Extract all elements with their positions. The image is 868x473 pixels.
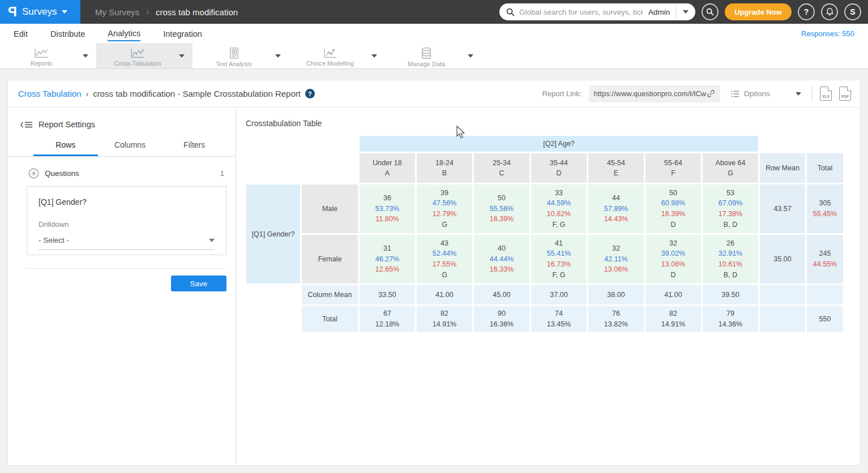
cross-tabulation-link[interactable]: Cross Tabulation bbox=[18, 89, 81, 98]
corner-blank bbox=[246, 153, 358, 183]
total-cell: 7613.82% bbox=[588, 306, 644, 332]
total-cell: 8214.91% bbox=[417, 306, 472, 332]
top-breadcrumb: My Surveys › cross tab modification bbox=[95, 0, 238, 24]
blank-cell bbox=[760, 136, 805, 152]
total-cell: 9016.36% bbox=[474, 306, 529, 332]
row-label-cell: Male bbox=[302, 184, 358, 233]
total-cell: 7413.45% bbox=[531, 306, 587, 332]
toolbar-text-analysis[interactable]: Text Analysis bbox=[193, 43, 289, 68]
column-header: 55-64F bbox=[645, 153, 701, 183]
toolbar-label: Cross-Tabulation bbox=[114, 60, 161, 67]
list-options-icon bbox=[731, 90, 739, 98]
blank-cell bbox=[246, 306, 300, 332]
report-help-icon[interactable]: ? bbox=[305, 89, 315, 98]
data-cell: 4457.89%14.43% bbox=[588, 184, 644, 233]
notifications-button[interactable] bbox=[821, 3, 838, 20]
database-icon bbox=[420, 47, 433, 59]
total-cell: 8214.91% bbox=[645, 306, 701, 332]
question-card[interactable]: [Q1] Gender? Drilldown - Select - bbox=[27, 186, 226, 255]
empty-summary-cell bbox=[760, 285, 805, 304]
question-title: [Q1] Gender? bbox=[39, 197, 215, 207]
line-chart-icon bbox=[130, 48, 146, 59]
tab-filters[interactable]: Filters bbox=[162, 140, 226, 156]
divider bbox=[812, 86, 813, 102]
toolbar-label: Text Analysis bbox=[216, 61, 252, 67]
drilldown-label: Drilldown bbox=[39, 220, 215, 229]
product-switcher[interactable]: P Surveys bbox=[0, 0, 80, 24]
empty-summary-cell bbox=[807, 285, 843, 304]
row-total-cell: 30555.45% bbox=[807, 184, 843, 233]
export-xls-button[interactable]: XLS bbox=[820, 87, 832, 101]
row-question-cell: [Q1] Gender? bbox=[246, 184, 300, 283]
column-mean-cell: 37.00 bbox=[531, 285, 587, 304]
document-grid-icon bbox=[228, 47, 240, 59]
drilldown-select[interactable]: - Select - bbox=[39, 236, 215, 250]
column-header: Under 18A bbox=[360, 153, 415, 183]
data-cell: 5060.98%16.39%D bbox=[645, 184, 701, 233]
options-menu[interactable]: Options bbox=[728, 89, 805, 98]
user-avatar[interactable]: S bbox=[844, 3, 861, 20]
nav-integration[interactable]: Integration bbox=[163, 26, 202, 41]
collapse-panel-icon[interactable] bbox=[20, 121, 33, 128]
column-mean-cell: 39.50 bbox=[703, 285, 758, 304]
search-scope-selector[interactable]: Admin bbox=[643, 8, 675, 16]
column-mean-cell: 45.00 bbox=[474, 285, 529, 304]
column-header: 45-54E bbox=[588, 153, 644, 183]
data-cell: 5055.56%16.39% bbox=[474, 184, 529, 233]
breadcrumb-my-surveys[interactable]: My Surveys bbox=[95, 7, 139, 17]
global-search: Admin bbox=[499, 3, 695, 20]
toolbar-cross-tabulation[interactable]: Cross-Tabulation bbox=[96, 43, 193, 68]
chevron-right-icon: › bbox=[146, 7, 149, 16]
toolbar-label: Manage Data bbox=[408, 61, 445, 67]
chevron-down-icon bbox=[683, 10, 689, 14]
grand-total-cell: 550 bbox=[807, 306, 843, 332]
link-icon[interactable] bbox=[706, 89, 716, 98]
search-scope-dropdown[interactable] bbox=[675, 3, 695, 20]
total-column-header: Total bbox=[807, 153, 843, 183]
data-cell: 3344.59%10.82%F, G bbox=[531, 184, 587, 233]
chevron-down-icon[interactable] bbox=[371, 54, 377, 58]
report-card: Cross Tabulation › cross tab modificatio… bbox=[8, 80, 860, 465]
column-header: Above 64G bbox=[703, 153, 758, 183]
report-link-input[interactable] bbox=[593, 89, 706, 98]
chevron-down-icon bbox=[62, 10, 67, 14]
responses-count: Responses: 550 bbox=[801, 29, 854, 38]
questionpro-logo-icon: P bbox=[8, 5, 17, 19]
help-button[interactable]: ? bbox=[798, 3, 815, 20]
upgrade-now-button[interactable]: Upgrade Now bbox=[725, 3, 792, 20]
tab-columns[interactable]: Columns bbox=[98, 140, 163, 156]
nav-analytics[interactable]: Analytics bbox=[108, 25, 140, 41]
data-cell: 3146.27%12.65% bbox=[360, 235, 415, 283]
tab-rows[interactable]: Rows bbox=[33, 140, 98, 156]
toolbar-choice-modelling[interactable]: Choice Modelling bbox=[289, 43, 385, 68]
total-cell: 7914.36% bbox=[703, 306, 758, 332]
save-button[interactable]: Save bbox=[171, 276, 226, 291]
toolbar-reports[interactable]: Reports bbox=[0, 43, 96, 68]
chevron-down-icon[interactable] bbox=[275, 54, 281, 58]
export-pdf-button[interactable]: PDF bbox=[839, 87, 851, 101]
top-right-actions: Admin Upgrade Now ? S bbox=[499, 0, 868, 24]
search-input[interactable] bbox=[519, 8, 643, 16]
toolbar-label: Choice Modelling bbox=[306, 60, 354, 67]
chevron-down-icon[interactable] bbox=[83, 54, 88, 58]
breadcrumb-survey-name: cross tab modification bbox=[156, 7, 238, 17]
data-cell: 4044.44%16.33% bbox=[474, 235, 529, 283]
toolbar-manage-data[interactable]: Manage Data bbox=[385, 43, 481, 68]
chevron-down-icon[interactable] bbox=[179, 54, 185, 58]
chevron-down-icon[interactable] bbox=[468, 54, 473, 58]
settings-tabs: Rows Columns Filters bbox=[8, 140, 236, 157]
search-go-button[interactable] bbox=[702, 3, 719, 20]
report-settings-panel: Report Settings Rows Columns Filters Que… bbox=[8, 108, 236, 465]
crosstab-area: Crosstabulation Table [Q2] Age?Under 18A… bbox=[236, 108, 860, 465]
toolbar-label: Reports bbox=[31, 60, 53, 67]
add-question-icon[interactable] bbox=[28, 168, 39, 179]
chevron-right-icon: › bbox=[85, 89, 88, 98]
chevron-down-icon bbox=[209, 239, 215, 242]
questions-count: 1 bbox=[220, 169, 224, 178]
report-link-field bbox=[589, 85, 720, 102]
questions-label: Questions bbox=[45, 169, 79, 178]
blank-cell bbox=[807, 136, 843, 152]
nav-edit[interactable]: Edit bbox=[14, 26, 28, 41]
chevron-down-icon bbox=[796, 92, 801, 96]
nav-distribute[interactable]: Distribute bbox=[50, 26, 85, 41]
